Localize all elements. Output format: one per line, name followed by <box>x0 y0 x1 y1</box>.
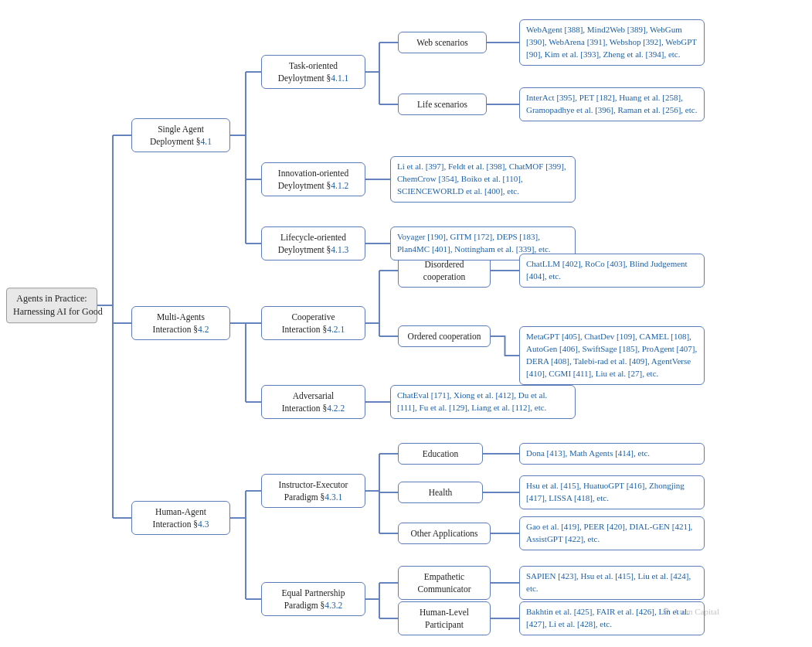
empathetic-communicator-node: EmpatheticCommunicator <box>398 566 491 600</box>
ordered-cooperation-leaf: MetaGPT [405], ChatDev [109], CAMEL [108… <box>519 326 705 385</box>
innovation-leaf: Li et al. [397], Feldt et al. [398], Cha… <box>390 156 576 203</box>
ordered-cooperation-node: Ordered cooperation <box>398 325 491 347</box>
disordered-cooperation-leaf: ChatLLM [402], RoCo [403], Blind Judgeme… <box>519 254 705 288</box>
web-scenarios-leaf: WebAgent [388], Mind2Web [389], WebGum [… <box>519 19 705 66</box>
root-node: Agents in Practice:Harnessing AI for Goo… <box>6 288 97 323</box>
instructor-executor-node: Instructor-ExecutorParadigm §4.3.1 <box>261 474 365 508</box>
other-applications-leaf: Gao et al. [419], PEER [420], DIAL-GEN [… <box>519 516 705 550</box>
web-scenarios-node: Web scenarios <box>398 32 487 53</box>
empathetic-communicator-leaf: SAPIEN [423], Hsu et al. [415], Liu et a… <box>519 566 705 600</box>
innovation-oriented-node: Innovation-orientedDeyloytment §4.1.2 <box>261 162 365 196</box>
task-oriented-node: Task-orientedDeyloytment §4.1.1 <box>261 55 365 89</box>
adversarial-leaf: ChatEval [171], Xiong et al. [412], Du e… <box>390 385 576 419</box>
equal-partnership-node: Equal PartnershipParadigm §4.3.2 <box>261 582 365 616</box>
lifecycle-oriented-node: Lifecycle-orientedDeyloytment §4.1.3 <box>261 226 365 261</box>
education-leaf: Dona [413], Math Agents [414], etc. <box>519 443 705 465</box>
diagram-container: Agents in Practice:Harnessing AI for Goo… <box>0 0 812 647</box>
health-leaf: Hsu et al. [415], HuatuoGPT [416], Zhong… <box>519 475 705 509</box>
human-agent-node: Human-AgentInteraction §4.3 <box>131 501 230 535</box>
human-level-participant-node: Human-LevelParticipant <box>398 601 491 635</box>
education-node: Education <box>398 443 483 465</box>
life-scenarios-leaf: InterAct [395], PET [182], Huang et al. … <box>519 87 705 121</box>
health-node: Health <box>398 482 483 503</box>
other-applications-node: Other Applications <box>398 523 491 544</box>
single-agent-node: Single AgentDeployment §4.1 <box>131 118 230 152</box>
multi-agents-node: Multi-AgentsInteraction §4.2 <box>131 306 230 340</box>
watermark: ⚙ Atom Capital <box>662 606 719 616</box>
adversarial-interaction-node: AdversarialInteraction §4.2.2 <box>261 385 365 419</box>
life-scenarios-node: Life scenarios <box>398 94 487 115</box>
cooperative-interaction-node: CooperativeInteraction §4.2.1 <box>261 306 365 340</box>
